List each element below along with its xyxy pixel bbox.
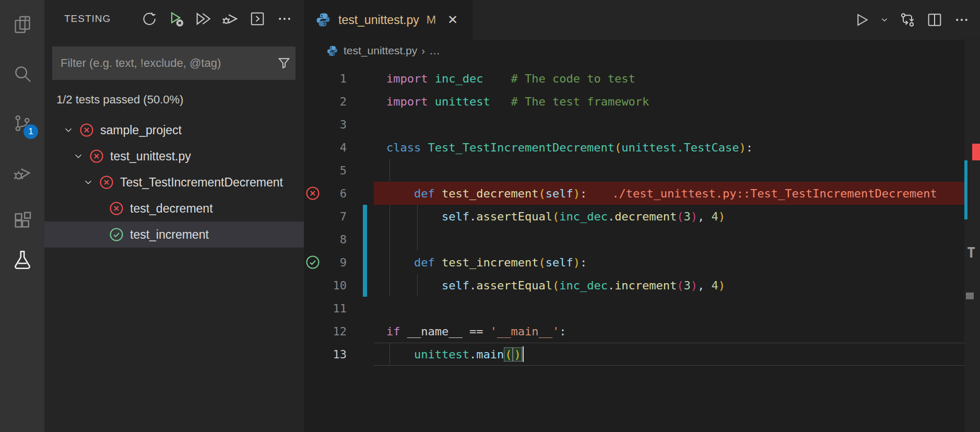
gutter-spacer bbox=[304, 67, 322, 90]
code-line-6[interactable]: 6 def test_decrement(self):./test_unitte… bbox=[304, 182, 980, 205]
more-actions-icon[interactable] bbox=[275, 9, 294, 29]
code-token bbox=[428, 95, 434, 108]
code-line-10[interactable]: 10 self.assertEqual(inc_dec.increment(3)… bbox=[304, 274, 980, 297]
line-number: 10 bbox=[322, 274, 356, 297]
code-token: ) bbox=[718, 279, 725, 292]
tree-item-label: sample_project bbox=[100, 123, 182, 137]
line-number: 1 bbox=[322, 67, 356, 90]
code-token: assertEqual bbox=[476, 210, 552, 223]
line-content bbox=[374, 113, 980, 136]
git-gutter-spacer bbox=[363, 113, 367, 136]
debug-tests-icon[interactable] bbox=[220, 9, 240, 29]
tab-close-icon[interactable]: ✕ bbox=[444, 11, 461, 28]
code-line-7[interactable]: 7 self.assertEqual(inc_dec.decrement(3),… bbox=[304, 205, 980, 228]
line-number: 11 bbox=[322, 297, 356, 320]
test-filter-input[interactable] bbox=[52, 56, 273, 70]
code-token bbox=[386, 256, 414, 269]
code-token: . bbox=[469, 348, 476, 361]
editor-tab-bar: test_unittest.py M ✕ bbox=[304, 0, 980, 40]
code-token: ) bbox=[739, 141, 746, 154]
split-editor-icon[interactable] bbox=[924, 9, 946, 31]
code-line-11[interactable]: 11 bbox=[304, 297, 980, 320]
code-token: . bbox=[608, 279, 615, 292]
test-results-summary: 1/2 tests passed (50.0%) bbox=[56, 93, 183, 107]
code-line-2[interactable]: 2import unittest # The test framework bbox=[304, 90, 980, 113]
test-tree-item-test_decrement[interactable]: test_decrement bbox=[44, 195, 304, 221]
breadcrumb-file[interactable]: test_unittest.py bbox=[344, 44, 417, 57]
minimap-code-mark: T bbox=[967, 244, 975, 261]
code-line-9[interactable]: 9 def test_increment(self): bbox=[304, 251, 980, 274]
code-line-12[interactable]: 12if __name__ == '__main__': bbox=[304, 320, 980, 343]
code-line-1[interactable]: 1import inc_dec # The code to test bbox=[304, 67, 980, 90]
code-line-4[interactable]: 4class Test_TestIncrementDecrement(unitt… bbox=[304, 136, 980, 159]
code-line-13[interactable]: 13 unittest.main() bbox=[304, 343, 980, 366]
git-gutter-spacer bbox=[363, 136, 367, 159]
minimap[interactable]: T bbox=[964, 37, 980, 432]
gutter-test-failed-icon[interactable] bbox=[304, 182, 322, 205]
git-modified-gutter-marker bbox=[363, 228, 367, 251]
chevron-down-icon[interactable] bbox=[81, 175, 96, 190]
git-modified-gutter-marker bbox=[363, 205, 367, 228]
git-gutter-spacer bbox=[363, 90, 367, 113]
testing-icon[interactable] bbox=[0, 238, 44, 282]
filter-icon[interactable] bbox=[273, 56, 296, 71]
git-modified-gutter-marker bbox=[363, 274, 367, 297]
open-panel-icon[interactable] bbox=[247, 9, 267, 29]
code-token bbox=[435, 187, 442, 200]
more-actions-icon[interactable] bbox=[951, 9, 973, 31]
editor-actions bbox=[851, 0, 973, 40]
search-icon[interactable] bbox=[0, 51, 44, 96]
test-tree-item-sample_project[interactable]: sample_project bbox=[44, 117, 304, 143]
run-dropdown-chevron-icon[interactable] bbox=[878, 9, 891, 31]
code-line-5[interactable]: 5 bbox=[304, 159, 980, 182]
code-token: increment bbox=[615, 279, 677, 292]
code-token: ) bbox=[718, 210, 725, 223]
run-python-file-icon[interactable] bbox=[851, 9, 872, 31]
line-content bbox=[374, 297, 980, 320]
code-token: 4 bbox=[712, 210, 718, 223]
code-token: : bbox=[746, 141, 753, 154]
test-tree-item-test_unittest.py[interactable]: test_unittest.py bbox=[44, 143, 304, 169]
run-all-tests-icon[interactable] bbox=[193, 9, 213, 29]
gutter-spacer bbox=[304, 297, 322, 320]
code-token: inc_dec bbox=[559, 210, 608, 223]
extensions-icon[interactable] bbox=[0, 197, 44, 242]
chevron-down-icon[interactable] bbox=[61, 123, 76, 137]
chevron-down-icon[interactable] bbox=[71, 149, 86, 164]
code-token: import bbox=[386, 72, 428, 85]
code-line-8[interactable]: 8 bbox=[304, 228, 980, 251]
activity-bar: 1 bbox=[0, 0, 44, 432]
run-and-debug-icon[interactable] bbox=[0, 150, 44, 195]
test-tree-item-Test_TestIncrementDecrement[interactable]: Test_TestIncrementDecrement bbox=[44, 169, 304, 195]
open-changes-icon[interactable] bbox=[896, 9, 918, 31]
breadcrumb-more[interactable]: … bbox=[429, 44, 440, 57]
tree-item-label: test_decrement bbox=[130, 202, 213, 216]
code-token: . bbox=[608, 210, 615, 223]
inline-test-error-message: ./test_unittest.py::Test_TestIncrementDe… bbox=[612, 187, 937, 200]
refresh-tests-icon[interactable] bbox=[139, 9, 159, 29]
tree-item-label: test_unittest.py bbox=[110, 149, 191, 164]
code-token: : bbox=[559, 325, 566, 338]
run-failed-tests-icon[interactable] bbox=[166, 9, 186, 29]
code-token: self bbox=[546, 187, 573, 200]
line-content: self.assertEqual(inc_dec.increment(3), 4… bbox=[374, 274, 980, 297]
code-editor[interactable]: 1import inc_dec # The code to test2impor… bbox=[304, 62, 980, 432]
explorer-icon[interactable] bbox=[0, 2, 44, 46]
code-token bbox=[421, 141, 428, 154]
tab-test-unittest[interactable]: test_unittest.py M ✕ bbox=[304, 0, 473, 40]
code-token bbox=[386, 210, 442, 223]
code-token: . bbox=[469, 279, 476, 292]
breadcrumb-separator: › bbox=[421, 45, 425, 57]
git-gutter-spacer bbox=[363, 320, 367, 343]
code-token: 3 bbox=[684, 210, 691, 223]
line-number: 3 bbox=[322, 113, 356, 136]
gutter-test-passed-icon[interactable] bbox=[304, 251, 322, 274]
code-token: ( bbox=[538, 256, 545, 269]
line-content: unittest.main() bbox=[374, 343, 980, 366]
test-tree-item-test_increment[interactable]: test_increment bbox=[44, 221, 304, 248]
code-line-3[interactable]: 3 bbox=[304, 113, 980, 136]
source-control-icon[interactable]: 1 bbox=[0, 101, 44, 145]
scm-pending-changes-badge: 1 bbox=[23, 124, 38, 139]
minimap-code-mark bbox=[966, 293, 974, 299]
code-token bbox=[483, 72, 511, 85]
